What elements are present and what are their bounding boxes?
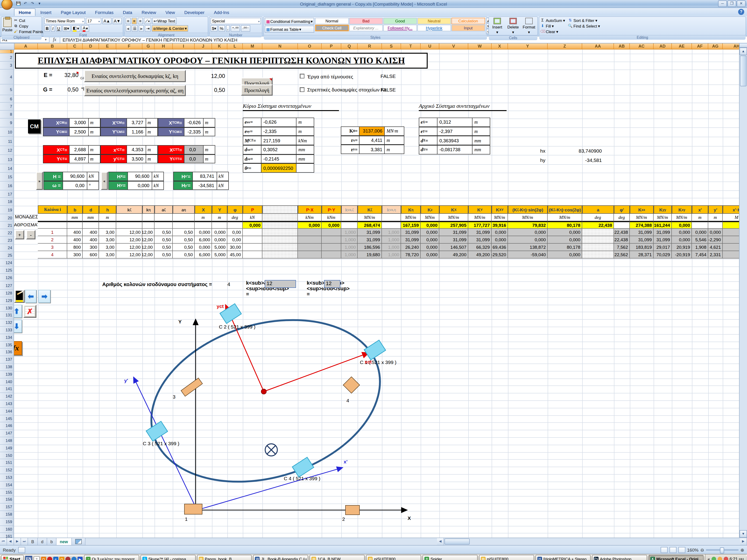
copy-button[interactable]: ⧉Copy <box>14 23 45 28</box>
taskbar-task[interactable]: ▨piSUITE800 <box>479 555 534 560</box>
quicklaunch-icon[interactable]: O <box>41 557 46 560</box>
accounting-format-icon[interactable]: $▾ <box>211 25 217 32</box>
unit-cell[interactable]: MN/m <box>630 214 654 221</box>
row-header-127[interactable]: 127 <box>0 282 14 290</box>
row-header-20[interactable]: 20 <box>0 214 14 222</box>
quicklaunch-icon[interactable] <box>47 557 52 560</box>
data-cell-r1[interactable] <box>298 229 322 236</box>
col-header-cell[interactable]: Kζ <box>358 205 382 214</box>
data-cell-r3[interactable]: 55,3 <box>723 244 740 251</box>
data-cell-r4[interactable]: 1,000 <box>382 251 401 259</box>
data-cell-r3[interactable]: 146,507 <box>439 244 468 251</box>
sheet-tab-icon[interactable] <box>72 538 85 545</box>
col-header-cell[interactable]: X <box>195 205 212 214</box>
row-headers[interactable]: 1234567891011121314151617181920212223242… <box>0 50 14 538</box>
col-header-cell[interactable]: aζ <box>155 205 173 214</box>
unit-cell[interactable]: m <box>195 214 212 221</box>
data-cell-r2[interactable]: 6,000 <box>195 236 212 244</box>
row-header-149[interactable]: 149 <box>0 445 14 452</box>
row-header-146[interactable]: 146 <box>0 423 14 430</box>
row-header-25[interactable]: 25 <box>0 251 14 259</box>
row-header-133[interactable]: 133 <box>0 327 14 334</box>
row-header-13[interactable]: 13 <box>0 155 14 164</box>
row-header-15[interactable]: 15 <box>0 173 14 182</box>
unit-cell[interactable]: m <box>99 214 116 221</box>
unit-cell[interactable]: MN/m <box>654 214 672 221</box>
data-cell-r1[interactable]: 31,099 <box>358 229 382 236</box>
shrink-font-button[interactable]: A▼ <box>112 18 122 24</box>
data-cell-r4[interactable]: 12,00 <box>143 251 155 259</box>
data-cell-r3[interactable]: 5,000 <box>212 244 227 251</box>
data-cell-r3[interactable] <box>298 244 322 251</box>
horizontal-scrollbar[interactable]: ◀ ▶ <box>437 538 747 545</box>
row-header-150[interactable]: 150 <box>0 452 14 459</box>
column-header-Y[interactable]: Y <box>508 44 548 50</box>
sum-cell[interactable] <box>692 221 708 229</box>
column-header-X[interactable]: X <box>492 44 508 50</box>
minimize-button[interactable]: ─ <box>718 0 727 7</box>
data-cell-r2[interactable] <box>582 236 614 244</box>
data-cell-r4[interactable]: 0,000 <box>548 251 582 259</box>
sum-cell[interactable]: 0,000 <box>243 221 262 229</box>
data-cell-r2[interactable]: 0,000 <box>492 236 508 244</box>
data-cell-r1[interactable]: 0,50 <box>155 229 173 236</box>
sum-cell[interactable]: 749, <box>723 221 740 229</box>
row-header-158[interactable]: 158 <box>0 511 14 518</box>
sum-cell[interactable] <box>614 221 630 229</box>
data-cell-r4[interactable] <box>322 251 341 259</box>
decrease-decimal-icon[interactable]: ·⁰⁰⁻ <box>241 25 250 32</box>
column-header-A[interactable]: A <box>14 44 38 50</box>
hscroll-right-icon[interactable]: ▶ <box>740 538 747 545</box>
data-cell-r2[interactable]: 0,000 <box>672 236 692 244</box>
font-size-combo[interactable]: 17▾ <box>86 18 101 24</box>
unit-cell[interactable]: MN/m <box>358 214 382 221</box>
sum-cell[interactable]: 167,159 <box>401 221 421 229</box>
data-cell-r4[interactable]: 4 <box>38 251 67 259</box>
row-header-23[interactable]: 23 <box>0 237 14 244</box>
row-header-144[interactable]: 144 <box>0 408 14 415</box>
column-header-K[interactable]: K <box>212 44 227 50</box>
row-header-4[interactable]: 4 <box>0 70 14 84</box>
row-header-124[interactable]: 124 <box>0 259 14 266</box>
column-header-T[interactable]: T <box>401 44 421 50</box>
comma-icon[interactable]: , <box>226 25 230 32</box>
increase-decimal-icon[interactable]: ⁺·⁰⁰ <box>231 25 240 32</box>
unit-cell[interactable]: MNm <box>421 214 439 221</box>
tray-icon[interactable] <box>717 557 722 560</box>
column-header-AD[interactable]: AD <box>654 44 672 50</box>
column-header-U[interactable]: U <box>421 44 439 50</box>
data-cell-r2[interactable]: 400 <box>83 236 99 244</box>
data-cell-r3[interactable]: 0,000 <box>421 244 439 251</box>
cell-style-check-cell[interactable]: Check Cell <box>315 25 349 31</box>
data-cell-r3[interactable]: 183,819 <box>630 244 654 251</box>
data-cell-r2[interactable]: -2,290 <box>708 236 723 244</box>
scroll-up-icon[interactable]: ▲ <box>740 48 747 55</box>
sum-cell[interactable] <box>143 221 155 229</box>
column-header-AG[interactable]: AG <box>708 44 723 50</box>
quicklaunch-icon[interactable] <box>72 557 77 560</box>
taskbar-task[interactable]: ▨piSUITE800 <box>366 555 421 560</box>
cell-style-input[interactable]: Input <box>452 25 485 31</box>
col-header-cell[interactable]: d <box>83 205 99 214</box>
data-cell-r1[interactable]: 31,099 <box>630 229 654 236</box>
data-cell-r3[interactable]: 186,596 <box>358 244 382 251</box>
taskbar-task[interactable]: ▨Panos_book_B <box>197 555 252 560</box>
column-header-P[interactable]: P <box>322 44 341 50</box>
row-header-157[interactable]: 157 <box>0 504 14 511</box>
row-header-161[interactable]: 161 <box>0 533 14 538</box>
data-cell-r4[interactable]: 45,00 <box>227 251 243 259</box>
conditional-formatting-button[interactable]: ▦Conditional Formatting▾ <box>265 18 314 25</box>
data-cell-r4[interactable]: -29,520 <box>492 251 508 259</box>
column-header-D[interactable]: D <box>83 44 99 50</box>
tab-add-ins[interactable]: Add-Ins <box>209 8 234 16</box>
fill-color-button[interactable]: ◧▾ <box>72 25 80 32</box>
col-header-cell[interactable]: kζ <box>116 205 143 214</box>
indent-icon[interactable]: ⇥ <box>145 25 151 32</box>
taskbar-task[interactable]: ◔Οι 3 μελέτες του παραρτ... <box>84 555 139 560</box>
data-cell-r2[interactable]: 5,546 <box>692 236 708 244</box>
taskbar-task[interactable]: H[HoloMETRICA + Stereo... <box>536 555 591 560</box>
taskbar-task[interactable]: WJL_Book-B Appendix C (μ... <box>253 555 308 560</box>
sheet-tab-b[interactable]: b <box>47 538 56 545</box>
row-header-9[interactable]: 9 <box>0 118 14 127</box>
data-cell-r3[interactable] <box>243 244 262 251</box>
